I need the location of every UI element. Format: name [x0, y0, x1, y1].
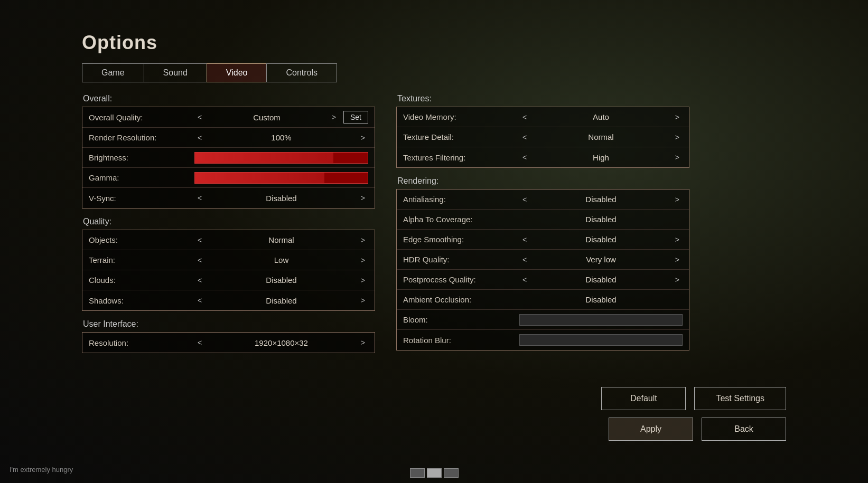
brightness-control	[194, 152, 368, 164]
bottom-text: I'm extremely hungry	[10, 466, 73, 473]
resolution-label: Resolution:	[89, 338, 194, 347]
edge-smoothing-value: Disabled	[534, 235, 668, 244]
objects-right-arrow[interactable]: >	[358, 235, 368, 245]
textures-filtering-right-arrow[interactable]: >	[672, 152, 683, 163]
objects-label: Objects:	[89, 235, 194, 244]
bloom-control	[519, 314, 683, 326]
overall-quality-row: Overall Quality: < Custom > Set	[82, 107, 375, 128]
rendering-settings-box: Antialiasing: < Disabled > Alpha To Cove…	[396, 189, 689, 351]
brightness-label: Brightness:	[89, 153, 194, 162]
video-memory-left-arrow[interactable]: <	[519, 112, 530, 122]
antialiasing-right-arrow[interactable]: >	[672, 194, 683, 205]
objects-control: < Normal >	[194, 235, 368, 245]
overall-quality-label: Overall Quality:	[89, 113, 194, 122]
rendering-section-label: Rendering:	[396, 176, 689, 186]
options-panel: Options Game Sound Video Controls Overal…	[82, 32, 689, 362]
clouds-right-arrow[interactable]: >	[358, 275, 368, 286]
gamma-control	[194, 172, 368, 184]
rotation-blur-row: Rotation Blur:	[397, 330, 689, 350]
shadows-right-arrow[interactable]: >	[358, 295, 368, 306]
resolution-control: < 1920×1080×32 >	[194, 337, 368, 348]
video-memory-label: Video Memory:	[403, 112, 519, 121]
antialiasing-row: Antialiasing: < Disabled >	[397, 190, 689, 210]
antialiasing-label: Antialiasing:	[403, 195, 519, 204]
tab-video[interactable]: Video	[207, 63, 267, 82]
tab-controls[interactable]: Controls	[266, 63, 337, 82]
texture-detail-right-arrow[interactable]: >	[672, 132, 683, 143]
brightness-slider[interactable]	[194, 152, 368, 164]
tabs-row: Game Sound Video Controls	[82, 63, 378, 82]
render-resolution-control: < 100% >	[194, 132, 368, 143]
hdr-quality-right-arrow[interactable]: >	[672, 254, 683, 265]
rotation-blur-control	[519, 334, 683, 346]
test-settings-button[interactable]: Test Settings	[694, 387, 786, 410]
vsync-value: Disabled	[209, 194, 353, 203]
textures-filtering-value: High	[534, 153, 668, 162]
textures-filtering-control: < High >	[519, 152, 683, 163]
edge-smoothing-left-arrow[interactable]: <	[519, 234, 530, 245]
hdr-quality-left-arrow[interactable]: <	[519, 254, 530, 265]
clouds-control: < Disabled >	[194, 275, 368, 286]
quality-settings-box: Objects: < Normal > Terrain: < Low >	[82, 230, 375, 311]
clouds-value: Disabled	[209, 276, 353, 285]
resolution-value: 1920×1080×32	[209, 338, 353, 347]
video-memory-control: < Auto >	[519, 112, 683, 122]
textures-settings-box: Video Memory: < Auto > Texture Detail: <…	[396, 107, 689, 168]
terrain-control: < Low >	[194, 255, 368, 266]
render-resolution-row: Render Resolution: < 100% >	[82, 128, 375, 148]
postprocess-row: Postprocess Quality: < Disabled >	[397, 270, 689, 290]
vsync-left-arrow[interactable]: <	[194, 193, 205, 203]
back-button[interactable]: Back	[702, 418, 786, 441]
bloom-row: Bloom:	[397, 310, 689, 330]
overall-settings-box: Overall Quality: < Custom > Set Render R…	[82, 107, 375, 209]
pager-dot-1[interactable]	[410, 468, 425, 478]
shadows-left-arrow[interactable]: <	[194, 295, 205, 306]
postprocess-right-arrow[interactable]: >	[672, 274, 683, 285]
apply-button[interactable]: Apply	[609, 418, 693, 441]
gamma-slider[interactable]	[194, 172, 368, 184]
objects-left-arrow[interactable]: <	[194, 235, 205, 245]
alpha-coverage-control: < Disabled >	[519, 214, 683, 225]
textures-filtering-left-arrow[interactable]: <	[519, 152, 530, 163]
pager-dot-3[interactable]	[444, 468, 459, 478]
overall-quality-control: < Custom > Set	[194, 111, 368, 124]
bloom-label: Bloom:	[403, 315, 519, 324]
overall-quality-right-arrow[interactable]: >	[329, 112, 339, 122]
pager-dot-2[interactable]	[427, 468, 442, 478]
gamma-label: Gamma:	[89, 173, 194, 182]
postprocess-label: Postprocess Quality:	[403, 275, 519, 284]
resolution-left-arrow[interactable]: <	[194, 337, 205, 348]
alpha-coverage-label: Alpha To Coverage:	[403, 215, 519, 224]
antialiasing-left-arrow[interactable]: <	[519, 194, 530, 205]
settings-columns: Overall: Overall Quality: < Custom > Set…	[82, 94, 689, 362]
antialiasing-value: Disabled	[534, 195, 668, 204]
set-button[interactable]: Set	[343, 111, 368, 124]
right-column: Textures: Video Memory: < Auto > Texture…	[396, 94, 689, 359]
tab-sound[interactable]: Sound	[144, 63, 207, 82]
tab-game[interactable]: Game	[82, 63, 144, 82]
vsync-right-arrow[interactable]: >	[358, 193, 368, 203]
ambient-occlusion-value: Disabled	[534, 295, 668, 304]
rotation-blur-slider[interactable]	[519, 334, 683, 346]
hdr-quality-label: HDR Quality:	[403, 255, 519, 264]
video-memory-value: Auto	[534, 112, 668, 121]
default-button[interactable]: Default	[601, 387, 686, 410]
shadows-control: < Disabled >	[194, 295, 368, 306]
render-res-right-arrow[interactable]: >	[358, 132, 368, 143]
postprocess-left-arrow[interactable]: <	[519, 274, 530, 285]
terrain-right-arrow[interactable]: >	[358, 255, 368, 266]
edge-smoothing-right-arrow[interactable]: >	[672, 234, 683, 245]
video-memory-right-arrow[interactable]: >	[672, 112, 683, 122]
clouds-left-arrow[interactable]: <	[194, 275, 205, 286]
ambient-occlusion-control: < Disabled >	[519, 295, 683, 305]
alpha-coverage-row: Alpha To Coverage: < Disabled >	[397, 210, 689, 230]
texture-detail-left-arrow[interactable]: <	[519, 132, 530, 143]
terrain-left-arrow[interactable]: <	[194, 255, 205, 266]
resolution-right-arrow[interactable]: >	[358, 337, 368, 348]
primary-buttons-row: Default Test Settings	[601, 387, 786, 410]
render-res-left-arrow[interactable]: <	[194, 132, 205, 143]
shadows-label: Shadows:	[89, 296, 194, 305]
render-resolution-value: 100%	[209, 133, 353, 142]
overall-quality-left-arrow[interactable]: <	[194, 112, 205, 122]
bloom-slider[interactable]	[519, 314, 683, 326]
